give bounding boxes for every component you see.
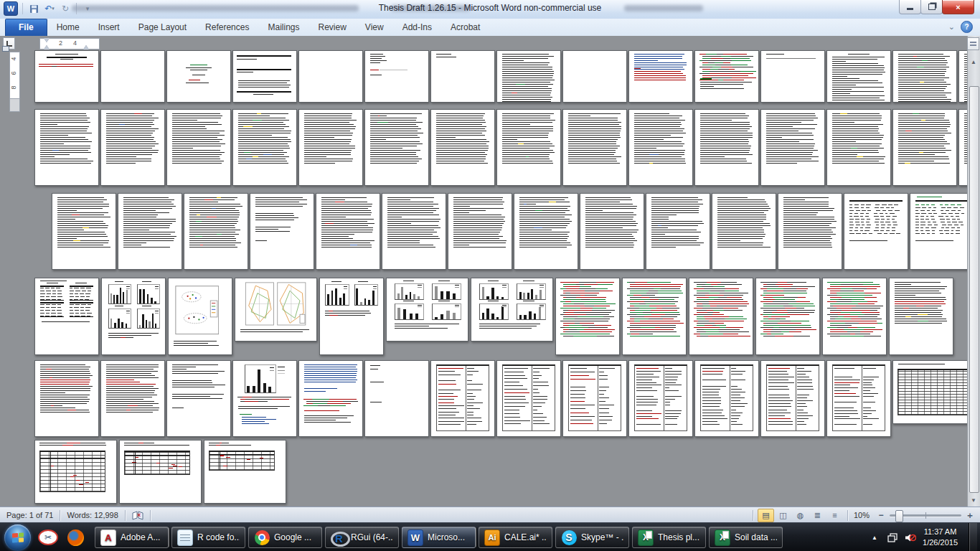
page-thumbnail[interactable] — [892, 50, 957, 103]
page-thumbnail[interactable] — [580, 193, 644, 270]
page-thumbnail[interactable] — [184, 193, 248, 270]
page-thumbnail[interactable] — [386, 278, 468, 342]
page-thumbnail[interactable] — [235, 278, 317, 342]
page-thumbnail[interactable] — [34, 440, 117, 504]
page-thumbnail[interactable] — [100, 50, 165, 103]
page-thumbnail[interactable] — [166, 360, 231, 437]
page-thumbnail[interactable] — [555, 278, 620, 355]
proofing-error-icon[interactable]: × — [126, 507, 150, 523]
page-thumbnail[interactable] — [826, 50, 891, 103]
view-draft-icon[interactable]: ≡ — [826, 509, 843, 522]
page-thumbnail[interactable] — [34, 278, 99, 355]
minimize-button[interactable] — [899, 0, 921, 14]
page-thumbnail[interactable] — [694, 109, 759, 186]
hanging-indent-marker[interactable] — [44, 45, 50, 50]
taskbar-button-chrome[interactable]: Google ... — [248, 527, 322, 548]
close-button[interactable]: × — [942, 0, 974, 14]
page-thumbnail[interactable] — [232, 360, 297, 437]
page-indicator[interactable]: Page: 1 of 71 — [0, 507, 60, 523]
page-thumbnail[interactable] — [118, 193, 182, 270]
page-thumbnail[interactable] — [562, 109, 627, 186]
snipping-tool-icon[interactable]: ✂ — [37, 527, 59, 548]
page-thumbnail[interactable] — [628, 360, 693, 437]
page-thumbnail[interactable] — [694, 360, 759, 437]
help-icon[interactable]: ? — [961, 21, 973, 33]
tab-mailings[interactable]: Mailings — [258, 19, 308, 36]
page-thumbnail[interactable] — [646, 193, 710, 270]
chevron-down-icon[interactable]: ⌄ — [948, 22, 955, 32]
page-thumbnail[interactable] — [430, 109, 495, 186]
page-thumbnail[interactable] — [232, 50, 297, 103]
page-thumbnail[interactable] — [826, 360, 891, 437]
page-thumbnail[interactable] — [430, 360, 495, 437]
taskbar-button-illustrator[interactable]: AiCALE.ai* ... — [479, 527, 552, 548]
tab-home[interactable]: Home — [47, 19, 89, 36]
page-thumbnail[interactable] — [822, 278, 887, 355]
page-thumbnail[interactable] — [168, 278, 232, 355]
page-thumbnail[interactable] — [364, 360, 429, 437]
page-thumbnail[interactable] — [166, 109, 231, 186]
zoom-in-button[interactable]: ＋ — [964, 509, 976, 521]
page-thumbnail[interactable] — [382, 193, 446, 270]
tab-page-layout[interactable]: Page Layout — [129, 19, 196, 36]
page-thumbnail[interactable] — [364, 50, 429, 103]
page-thumbnail[interactable] — [694, 50, 759, 103]
page-thumbnail[interactable] — [448, 193, 512, 270]
zoom-level[interactable]: 10% — [848, 511, 875, 519]
page-thumbnail[interactable] — [514, 193, 578, 270]
taskbar-button-adobe-reader[interactable]: AAdobe A... — [95, 527, 169, 548]
page-thumbnail[interactable] — [622, 278, 687, 355]
page-thumbnail[interactable] — [166, 50, 231, 103]
right-indent-marker[interactable] — [83, 45, 89, 50]
vertical-scrollbar[interactable]: ▲ ▼ — [967, 36, 980, 507]
horizontal-ruler[interactable]: 2 4 — [39, 38, 100, 50]
page-thumbnail[interactable] — [34, 50, 99, 103]
page-thumbnail[interactable] — [250, 193, 314, 270]
page-thumbnail[interactable] — [628, 50, 693, 103]
tab-add-ins[interactable]: Add-Ins — [393, 19, 441, 36]
taskbar-clock[interactable]: 11:37 AM 1/26/2015 — [923, 527, 962, 548]
tab-review[interactable]: Review — [308, 19, 355, 36]
show-desktop-button[interactable] — [969, 523, 977, 551]
view-print-layout-icon[interactable]: ▤ — [758, 509, 774, 522]
scrollbar-thumb[interactable] — [969, 86, 979, 493]
page-thumbnail[interactable] — [889, 278, 953, 355]
page-thumbnail[interactable] — [562, 50, 627, 103]
page-thumbnail[interactable] — [364, 109, 429, 186]
page-thumbnail[interactable] — [52, 193, 116, 270]
taskbar-button-word[interactable]: WMicroso... — [402, 527, 476, 548]
firefox-icon[interactable] — [65, 527, 86, 548]
page-thumbnail[interactable] — [778, 193, 842, 270]
page-thumbnail[interactable] — [628, 109, 693, 186]
document-area[interactable]: 2 4 4 6 8 ▲ ▼ — [0, 36, 980, 507]
taskbar-button-r-gui[interactable]: RRGui (64-... — [325, 527, 399, 548]
tab-insert[interactable]: Insert — [89, 19, 129, 36]
page-thumbnail[interactable] — [760, 109, 825, 186]
start-button[interactable] — [4, 524, 31, 551]
first-line-indent-marker[interactable] — [44, 38, 50, 42]
tab-references[interactable]: References — [196, 19, 258, 36]
taskbar-button-notepad[interactable]: R code fo... — [171, 527, 245, 548]
page-thumbnail[interactable] — [298, 50, 363, 103]
page-thumbnail[interactable] — [100, 109, 165, 186]
view-web-layout-icon[interactable]: ◍ — [792, 509, 809, 522]
page-thumbnail[interactable] — [910, 193, 974, 270]
volume-muted-icon[interactable] — [905, 532, 916, 543]
taskbar-button-skype[interactable]: SSkype™ - ... — [555, 527, 629, 548]
ruler-toggle-button[interactable] — [967, 37, 979, 50]
page-thumbnail[interactable] — [496, 109, 561, 186]
page-thumbnail[interactable] — [100, 360, 165, 437]
page-thumbnail[interactable] — [34, 109, 99, 186]
left-indent-box-marker[interactable] — [2, 46, 9, 52]
page-thumbnail[interactable] — [316, 193, 380, 270]
page-thumbnail[interactable] — [232, 109, 297, 186]
page-thumbnail[interactable] — [101, 278, 166, 355]
zoom-out-button[interactable]: − — [875, 509, 887, 521]
page-thumbnail[interactable] — [712, 193, 776, 270]
page-thumbnail[interactable] — [892, 360, 975, 424]
page-thumbnail[interactable] — [562, 360, 627, 437]
page-thumbnail[interactable] — [760, 360, 825, 437]
word-count[interactable]: Words: 12,998 — [60, 507, 124, 523]
zoom-slider-thumb[interactable] — [895, 510, 903, 522]
page-thumbnail[interactable] — [319, 278, 384, 355]
